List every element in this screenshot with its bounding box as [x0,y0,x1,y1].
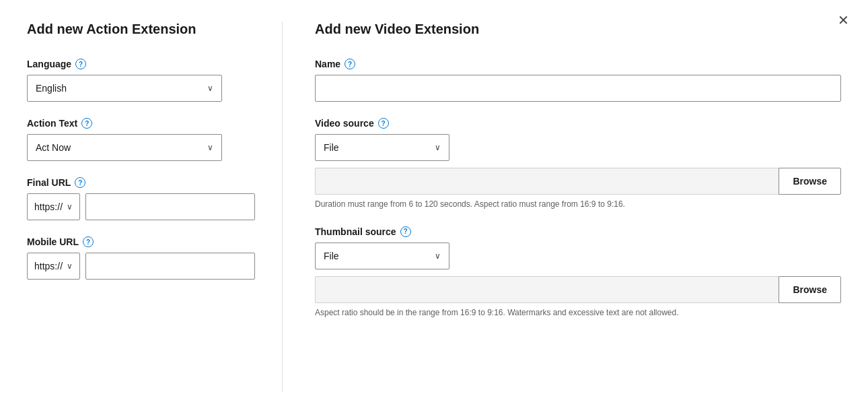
language-label: Language ? [27,59,255,69]
language-help-icon[interactable]: ? [75,59,86,69]
final-url-row: https:// ∨ [27,193,255,220]
mobile-url-protocol-chevron-icon: ∨ [67,261,73,271]
video-source-value: File [324,142,339,153]
thumbnail-file-input-area [315,276,779,303]
thumbnail-file-input-row: Browse [315,276,841,303]
final-url-label: Final URL ? [27,177,255,188]
final-url-input[interactable] [85,193,255,220]
video-browse-button[interactable]: Browse [779,168,841,195]
video-file-row: Browse Duration must range from 6 to 120… [315,168,841,210]
video-file-input-area [315,168,779,195]
thumbnail-source-label: Thumbnail source ? [315,226,841,237]
final-url-protocol-chevron-icon: ∨ [67,202,73,212]
action-text-help-icon[interactable]: ? [81,118,92,129]
video-source-field-group: Video source ? File ∨ Browse Duration mu… [315,118,841,210]
mobile-url-row: https:// ∨ [27,253,255,280]
thumbnail-hint-text: Aspect ratio should be in the range from… [315,307,841,319]
mobile-url-field-group: Mobile URL ? https:// ∨ [27,236,255,280]
name-label: Name ? [315,59,841,69]
action-text-value: Act Now [36,142,71,153]
video-source-chevron-icon: ∨ [435,143,441,152]
mobile-url-protocol-dropdown[interactable]: https:// ∨ [27,253,80,280]
action-text-chevron-icon: ∨ [207,143,213,152]
mobile-url-input[interactable] [85,253,255,280]
video-file-input-row: Browse [315,168,841,195]
action-text-field-group: Action Text ? Act Now ∨ [27,118,255,161]
action-text-dropdown[interactable]: Act Now ∨ [27,134,222,161]
video-source-label: Video source ? [315,118,841,129]
video-hint-text: Duration must range from 6 to 120 second… [315,199,841,210]
final-url-protocol-dropdown[interactable]: https:// ∨ [27,193,80,220]
final-url-field-group: Final URL ? https:// ∨ [27,177,255,220]
thumbnail-source-help-icon[interactable]: ? [400,226,411,237]
thumbnail-file-row: Browse Aspect ratio should be in the ran… [315,276,841,319]
name-help-icon[interactable]: ? [345,59,355,69]
video-source-help-icon[interactable]: ? [378,118,389,129]
language-dropdown[interactable]: English ∨ [27,75,222,102]
language-chevron-icon: ∨ [207,84,213,93]
mobile-url-protocol-value: https:// [34,261,63,271]
video-source-dropdown[interactable]: File ∨ [315,134,449,161]
thumbnail-source-dropdown[interactable]: File ∨ [315,243,449,269]
close-icon: ✕ [838,13,849,28]
thumbnail-browse-button[interactable]: Browse [779,276,841,303]
right-panel-title: Add new Video Extension [315,22,841,37]
action-text-label: Action Text ? [27,118,255,129]
left-panel-title: Add new Action Extension [27,22,255,37]
language-value: English [36,83,67,94]
mobile-url-label: Mobile URL ? [27,236,255,247]
name-field-group: Name ? [315,59,841,102]
thumbnail-source-chevron-icon: ∨ [435,251,441,261]
final-url-help-icon[interactable]: ? [75,177,85,188]
name-input[interactable] [315,75,841,102]
thumbnail-source-field-group: Thumbnail source ? File ∨ Browse Aspect … [315,226,841,319]
left-panel: Add new Action Extension Language ? Engl… [27,22,283,392]
modal: ✕ Add new Action Extension Language ? En… [0,0,868,419]
mobile-url-help-icon[interactable]: ? [83,236,94,247]
right-panel: Add new Video Extension Name ? Video sou… [283,22,841,392]
close-button[interactable]: ✕ [835,11,852,30]
thumbnail-source-value: File [324,251,339,261]
final-url-protocol-value: https:// [34,201,63,212]
language-field-group: Language ? English ∨ [27,59,255,102]
